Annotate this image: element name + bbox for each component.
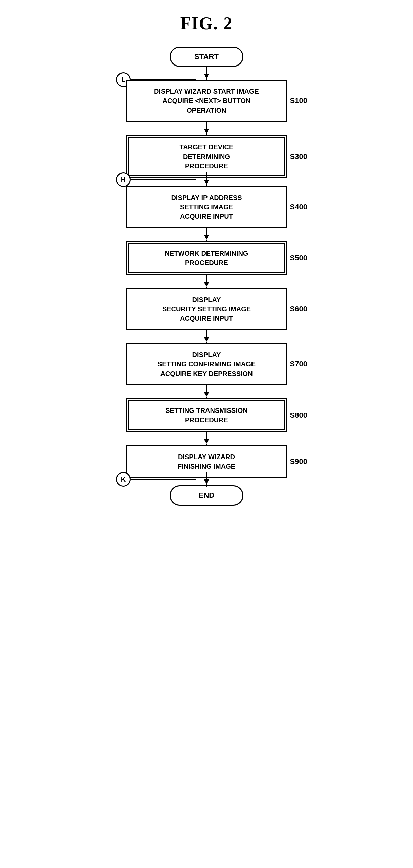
page-title: FIG. 2 — [180, 13, 233, 33]
connector-v-through-k — [206, 472, 207, 487]
connector-v-4 — [206, 228, 207, 235]
connector-v-2 — [206, 122, 207, 129]
s700-label: S700 — [290, 360, 307, 369]
s800-row: SETTING TRANSMISSION PROCEDURE S800 — [106, 398, 307, 432]
s300-inner: TARGET DEVICE DETERMINING PROCEDURE — [128, 137, 285, 176]
s900-label: S900 — [290, 457, 307, 466]
s100-label: S100 — [290, 96, 307, 105]
s700-row: DISPLAY SETTING CONFIRMING IMAGE ACQUIRE… — [106, 343, 307, 385]
s800-box: SETTING TRANSMISSION PROCEDURE — [126, 398, 287, 432]
arrow-6 — [204, 337, 209, 342]
arrow-4 — [204, 235, 209, 240]
connector-v-6 — [206, 330, 207, 337]
s500-box: NETWORK DETERMINING PROCEDURE — [126, 241, 287, 275]
end-terminal: END — [169, 486, 244, 505]
s600-label: S600 — [290, 305, 307, 313]
s600-row: DISPLAY SECURITY SETTING IMAGE ACQUIRE I… — [106, 288, 307, 330]
s300-row: TARGET DEVICE DETERMINING PROCEDURE S300 — [106, 135, 307, 178]
s800-inner: SETTING TRANSMISSION PROCEDURE — [128, 400, 285, 430]
arrow-7 — [204, 392, 209, 397]
arrow-5 — [204, 282, 209, 286]
start-terminal: START — [169, 47, 244, 67]
connector-v-8 — [206, 432, 207, 439]
s800-label: S800 — [290, 411, 307, 420]
s400-box: DISPLAY IP ADDRESS SETTING IMAGE ACQUIRE… — [126, 186, 287, 228]
h-horiz-line — [131, 179, 196, 180]
s500-inner: NETWORK DETERMINING PROCEDURE — [128, 243, 285, 273]
flowchart: START L DISPLAY WIZARD START IMAGE ACQUI… — [89, 47, 324, 505]
arrow-8 — [204, 439, 209, 444]
s700-box: DISPLAY SETTING CONFIRMING IMAGE ACQUIRE… — [126, 343, 287, 385]
k-horiz-line — [131, 479, 196, 480]
h-circle: H — [116, 172, 131, 187]
s500-label: S500 — [290, 254, 307, 262]
connector-v-through-h — [206, 172, 207, 187]
s100-box: DISPLAY WIZARD START IMAGE ACQUIRE <NEXT… — [126, 80, 287, 122]
s500-row: NETWORK DETERMINING PROCEDURE S500 — [106, 241, 307, 275]
k-circle: K — [116, 472, 131, 487]
s300-box: TARGET DEVICE DETERMINING PROCEDURE — [126, 135, 287, 178]
s600-box: DISPLAY SECURITY SETTING IMAGE ACQUIRE I… — [126, 288, 287, 330]
connector-v-7 — [206, 385, 207, 392]
s100-row: DISPLAY WIZARD START IMAGE ACQUIRE <NEXT… — [106, 80, 307, 122]
s300-label: S300 — [290, 152, 307, 161]
s400-label: S400 — [290, 203, 307, 211]
connector-v-5 — [206, 275, 207, 282]
arrow-2 — [204, 129, 209, 133]
s400-row: DISPLAY IP ADDRESS SETTING IMAGE ACQUIRE… — [106, 186, 307, 228]
